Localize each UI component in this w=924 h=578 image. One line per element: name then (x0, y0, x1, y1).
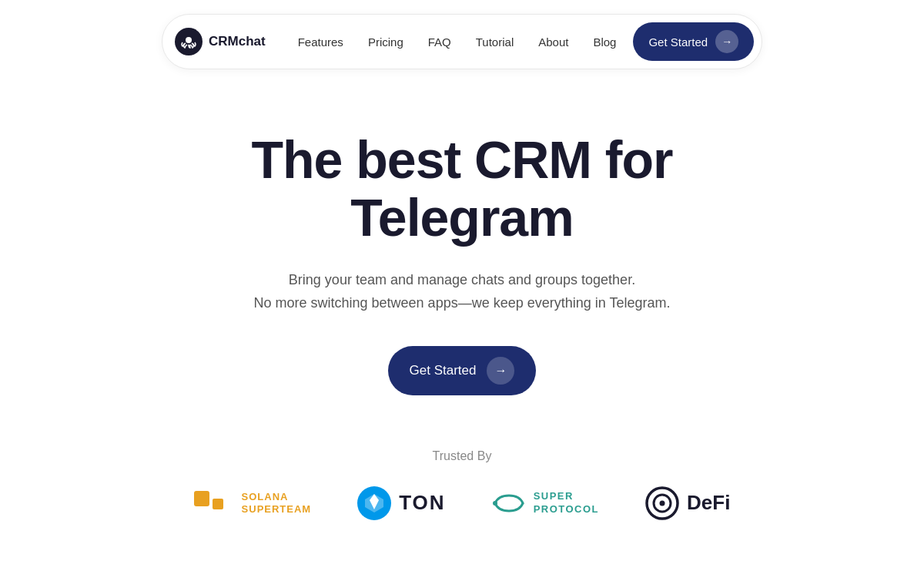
hero-section: The best CRM for Telegram Bring your tea… (0, 69, 924, 426)
trusted-logos: SOLANA SUPERTEAM TON SUPER PROTOCOL (194, 486, 731, 520)
hero-arrow-icon: → (487, 357, 514, 385)
ton-logo: TON (357, 486, 445, 520)
svg-rect-2 (213, 499, 223, 509)
nav-faq[interactable]: FAQ (417, 30, 462, 54)
svg-point-7 (660, 500, 665, 506)
arrow-icon: → (715, 30, 738, 53)
svg-point-0 (186, 37, 192, 43)
defi-text: DeFi (687, 491, 730, 515)
svg-point-4 (493, 501, 497, 506)
logo-link[interactable]: CRMchat (175, 28, 266, 55)
defi-logo: DeFi (645, 486, 730, 520)
nav-pricing[interactable]: Pricing (357, 30, 414, 54)
nav-features[interactable]: Features (287, 30, 354, 54)
nav-blog[interactable]: Blog (582, 30, 627, 54)
hero-title: The best CRM for Telegram (154, 131, 770, 247)
logo-icon (175, 28, 203, 55)
svg-rect-1 (194, 491, 209, 506)
hero-subtitle: Bring your team and manage chats and gro… (254, 268, 671, 315)
brand-name: CRMchat (209, 34, 266, 49)
trusted-label: Trusted By (433, 449, 492, 463)
solana-logo: SOLANA SUPERTEAM (194, 488, 312, 519)
navbar: CRMchat Features Pricing FAQ Tutorial Ab… (162, 14, 762, 69)
navbar-wrapper: CRMchat Features Pricing FAQ Tutorial Ab… (0, 0, 924, 69)
hero-get-started-button[interactable]: Get Started → (388, 346, 537, 395)
trusted-section: Trusted By SOLANA SUPERTEAM TON (0, 426, 924, 520)
nav-get-started-button[interactable]: Get Started → (633, 22, 754, 61)
nav-links: Features Pricing FAQ Tutorial About Blog (287, 30, 628, 54)
nav-tutorial[interactable]: Tutorial (465, 30, 524, 54)
nav-about[interactable]: About (527, 30, 579, 54)
ton-text: TON (399, 491, 445, 515)
super-protocol-logo: SUPER PROTOCOL (492, 490, 599, 516)
